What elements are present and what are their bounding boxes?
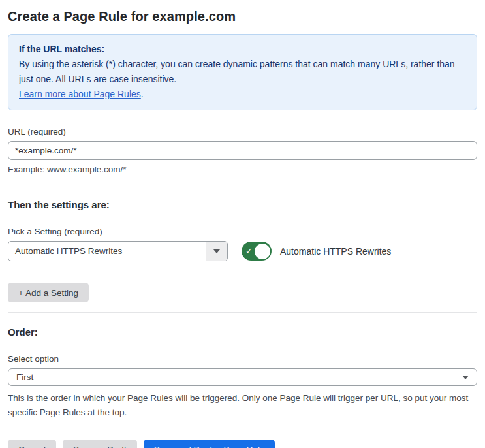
order-heading: Order: [8,327,477,338]
page-rule-form: Create a Page Rule for example.com If th… [0,0,485,448]
chevron-down-icon [213,249,220,253]
url-field-label: URL (required) [8,127,477,136]
cancel-button[interactable]: Cancel [8,440,56,448]
https-rewrites-toggle[interactable]: ✓ [242,242,272,261]
setting-toggle-group: ✓ Automatic HTTPS Rewrites [242,242,391,261]
url-input[interactable] [8,141,477,160]
url-example-text: Example: www.example.com/* [8,165,477,174]
info-box-link-line: Learn more about Page Rules. [19,87,466,102]
learn-more-link[interactable]: Learn more about Page Rules [19,89,141,99]
order-select-label: Select option [8,354,477,364]
divider [8,428,477,428]
setting-select-arrow-button[interactable] [206,242,227,261]
setting-select[interactable]: Automatic HTTPS Rewrites [8,241,228,261]
add-setting-button[interactable]: + Add a Setting [8,283,89,302]
setting-select-value: Automatic HTTPS Rewrites [8,242,206,261]
url-match-info-box: If the URL matches: By using the asteris… [8,34,477,110]
info-box-heading: If the URL matches: [19,42,466,57]
divider [8,185,477,185]
chevron-down-icon [462,376,469,379]
check-icon: ✓ [245,247,253,255]
link-period: . [141,89,144,99]
order-select-value: First [16,372,33,382]
toggle-label: Automatic HTTPS Rewrites [280,246,391,257]
setting-picker-label: Pick a Setting (required) [8,227,477,236]
info-box-body: By using the asterisk (*) character, you… [19,57,466,87]
page-title: Create a Page Rule for example.com [8,0,477,24]
toggle-knob [255,244,270,259]
order-help-text: This is the order in which your Page Rul… [8,391,477,420]
divider [8,312,477,313]
footer-actions: Cancel Save as Draft Save and Deploy Pag… [8,440,477,448]
save-as-draft-button[interactable]: Save as Draft [63,440,137,448]
save-and-deploy-button[interactable]: Save and Deploy Page Rule [144,440,275,448]
setting-row: Automatic HTTPS Rewrites ✓ Automatic HTT… [8,241,477,261]
order-select[interactable]: First [8,368,477,386]
settings-heading: Then the settings are: [8,199,477,210]
